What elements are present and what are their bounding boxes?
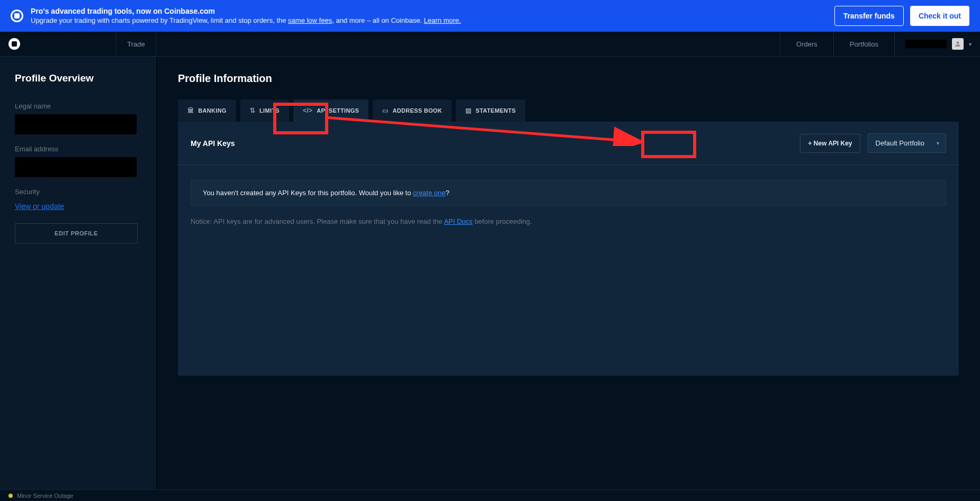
banner-title: Pro's advanced trading tools, now on Coi… xyxy=(31,6,461,16)
promo-banner: Pro's advanced trading tools, now on Coi… xyxy=(0,0,980,32)
chevron-down-icon: ▾ xyxy=(969,41,972,47)
tab-statements[interactable]: ▤ STATEMENTS xyxy=(456,99,525,122)
security-label: Security xyxy=(15,188,141,196)
user-name-redacted xyxy=(905,40,947,48)
portfolio-selected-label: Default Portfolio xyxy=(876,139,925,147)
tab-address-book[interactable]: ▭ ADDRESS BOOK xyxy=(373,99,452,122)
create-one-link[interactable]: create one xyxy=(413,189,445,197)
status-dot-icon xyxy=(8,494,13,498)
tab-api-settings[interactable]: </> API SETTINGS xyxy=(293,99,368,122)
same-low-fees-link[interactable]: same low fees xyxy=(288,16,332,24)
api-notice: Notice: API keys are for advanced users.… xyxy=(191,217,946,225)
api-keys-panel: My API Keys + New API Key Default Portfo… xyxy=(178,122,959,376)
api-docs-link[interactable]: API Docs xyxy=(444,217,472,225)
limits-icon: ⇅ xyxy=(250,107,255,114)
tab-banking[interactable]: 🏛 BANKING xyxy=(178,99,236,122)
status-bar: Minor Service Outage xyxy=(0,489,980,501)
check-it-out-button[interactable]: Check it out xyxy=(910,6,969,26)
transfer-funds-button[interactable]: Transfer funds xyxy=(834,6,904,26)
security-view-update-link[interactable]: View or update xyxy=(15,202,64,211)
panel-title: My API Keys xyxy=(191,139,235,148)
portfolio-select[interactable]: Default Portfolio ▾ xyxy=(868,133,947,153)
email-label: Email address xyxy=(15,145,141,153)
address-book-icon: ▭ xyxy=(382,107,388,114)
nav-trade[interactable]: Trade xyxy=(116,32,156,56)
avatar-icon xyxy=(952,38,964,50)
nav-portfolios[interactable]: Portfolios xyxy=(833,32,894,56)
top-nav: Trade Orders Portfolios ▾ xyxy=(0,32,980,57)
legal-name-redacted xyxy=(15,114,137,134)
new-api-key-button[interactable]: + New API Key xyxy=(800,134,860,153)
main-content: Profile Information 🏛 BANKING ⇅ LIMITS <… xyxy=(157,57,980,489)
statements-icon: ▤ xyxy=(465,107,471,114)
app-logo[interactable] xyxy=(0,32,116,56)
banner-subtitle: Upgrade your trading with charts powered… xyxy=(31,16,461,25)
sidebar: Profile Overview Legal name Email addres… xyxy=(0,57,157,489)
banner-logo-icon xyxy=(11,10,23,22)
empty-state-message: You haven't created any API Keys for thi… xyxy=(191,180,946,206)
legal-name-label: Legal name xyxy=(15,102,141,110)
edit-profile-button[interactable]: EDIT PROFILE xyxy=(15,223,138,243)
page-title: Profile Information xyxy=(178,72,959,85)
status-text: Minor Service Outage xyxy=(17,493,73,499)
bank-icon: 🏛 xyxy=(187,107,194,114)
tab-limits[interactable]: ⇅ LIMITS xyxy=(240,99,289,122)
email-redacted xyxy=(15,157,137,177)
nav-orders[interactable]: Orders xyxy=(780,32,833,56)
learn-more-link[interactable]: Learn more. xyxy=(424,16,461,24)
sidebar-heading: Profile Overview xyxy=(15,72,141,84)
nav-user-menu[interactable]: ▾ xyxy=(894,32,980,56)
code-icon: </> xyxy=(303,107,312,114)
chevron-down-icon: ▾ xyxy=(937,140,939,146)
coinbase-logo-icon xyxy=(8,38,20,50)
tabs: 🏛 BANKING ⇅ LIMITS </> API SETTINGS ▭ AD… xyxy=(178,99,959,122)
